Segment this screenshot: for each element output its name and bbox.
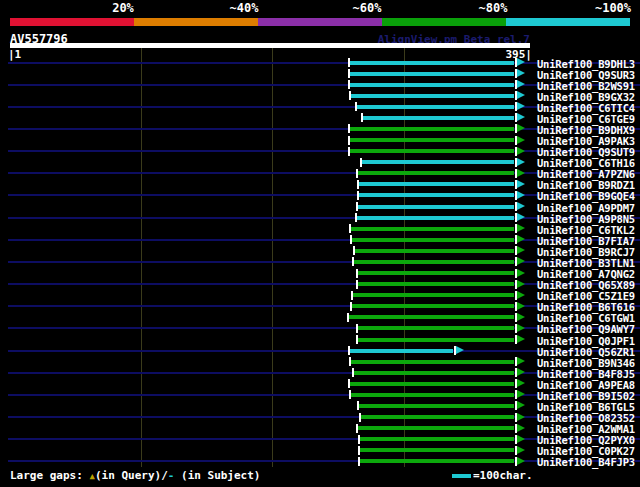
alignment-row: UniRef100_B9GX32: [0, 90, 640, 101]
alignment-bar[interactable]: [350, 138, 514, 142]
alignment-arrowhead-icon: [517, 113, 525, 121]
scale-percent-label: ~100%: [595, 1, 631, 15]
alignment-arrowhead-icon: [517, 180, 525, 188]
alignment-row: UniRef100_A9PAK3: [0, 135, 640, 146]
alignment-row: UniRef100_A2WMA1: [0, 423, 640, 434]
alignment-row: UniRef100_B4F8J5: [0, 367, 640, 378]
alignment-bar[interactable]: [359, 193, 514, 197]
alignment-bar[interactable]: [354, 260, 514, 264]
alignment-arrowhead-icon: [517, 291, 525, 299]
alignment-arrowhead-icon: [517, 235, 525, 243]
alignment-arrowhead-icon: [517, 435, 525, 443]
alignment-arrowhead-icon: [517, 368, 525, 376]
alignment-bar[interactable]: [350, 127, 514, 131]
alignment-bar[interactable]: [358, 338, 514, 342]
alignment-bar[interactable]: [350, 382, 514, 386]
alignment-arrowhead-icon: [456, 346, 464, 354]
alignment-row: UniRef100_B9DHL3: [0, 57, 640, 68]
alignment-arrowhead-icon: [517, 335, 525, 343]
alignment-arrowhead-icon: [517, 102, 525, 110]
alignment-bar[interactable]: [353, 293, 514, 297]
gap-subject-dash-icon: -: [168, 469, 181, 482]
alignment-bar[interactable]: [358, 282, 514, 286]
identity-color-scale: [10, 18, 630, 26]
alignment-row: UniRef100_B3TLN1: [0, 256, 640, 267]
alignment-bar[interactable]: [358, 326, 514, 330]
scale-swatch-100char: [452, 474, 471, 478]
scale-percent-label: ~80%: [479, 1, 508, 15]
alignment-bar[interactable]: [363, 116, 514, 120]
alignment-arrowhead-icon: [517, 357, 525, 365]
alignment-arrowhead-icon: [517, 136, 525, 144]
alignment-row: UniRef100_A7PZN6: [0, 168, 640, 179]
alignment-bar[interactable]: [358, 271, 514, 275]
alignment-bar[interactable]: [352, 238, 514, 242]
alignment-row: UniRef100_C6TGW1: [0, 312, 640, 323]
alignment-bar[interactable]: [361, 415, 514, 419]
alignment-row: UniRef100_C6TIC4: [0, 101, 640, 112]
alignment-row: UniRef100_B9RCJ7: [0, 245, 640, 256]
alignment-row: UniRef100_Q2PYX0: [0, 434, 640, 445]
alignment-bar[interactable]: [350, 61, 514, 65]
alignment-row: UniRef100_B9N346: [0, 356, 640, 367]
alignment-bar[interactable]: [351, 227, 514, 231]
alignment-arrowhead-icon: [517, 390, 525, 398]
alignment-row: UniRef100_C6TH16: [0, 157, 640, 168]
alignment-row: UniRef100_B4FJP3: [0, 456, 640, 467]
alignment-row: UniRef100_O82352: [0, 412, 640, 423]
alignment-bar[interactable]: [360, 448, 514, 452]
alignment-arrowhead-icon: [517, 224, 525, 232]
alignment-bar[interactable]: [350, 349, 453, 353]
alignment-arrowhead-icon: [517, 91, 525, 99]
alignment-arrowhead-icon: [517, 379, 525, 387]
alignment-bar[interactable]: [354, 371, 514, 375]
alignment-row: UniRef100_B2WS91: [0, 79, 640, 90]
large-gaps-legend: Large gaps: ▲(in Query)/- (in Subject): [10, 469, 261, 482]
alignment-arrowhead-icon: [517, 246, 525, 254]
alignment-bar[interactable]: [355, 249, 514, 253]
alignment-row: UniRef100_C6TKL2: [0, 223, 640, 234]
alignment-row: UniRef100_A9PDM7: [0, 201, 640, 212]
alignment-bar[interactable]: [352, 304, 514, 308]
alignment-row: UniRef100_Q56ZR1: [0, 345, 640, 356]
large-gaps-prefix: Large gaps:: [10, 469, 89, 482]
alignment-arrowhead-icon: [517, 202, 525, 210]
alignment-row: UniRef100_A9P8N5: [0, 212, 640, 223]
alignment-bar[interactable]: [359, 182, 514, 186]
alignment-bar[interactable]: [362, 160, 514, 164]
alignment-row: UniRef100_A7QNG2: [0, 268, 640, 279]
alignment-arrowhead-icon: [517, 147, 525, 155]
alignment-row: UniRef100_C6TGE9: [0, 112, 640, 123]
alignment-bar[interactable]: [357, 105, 514, 109]
alignment-row: UniRef100_C5Z1E9: [0, 290, 640, 301]
alignment-arrowhead-icon: [517, 313, 525, 321]
alignment-arrowhead-icon: [517, 324, 525, 332]
alignment-bar[interactable]: [350, 149, 514, 153]
alignment-row: UniRef100_B7FIA7: [0, 234, 640, 245]
alignment-row: UniRef100_B9I502: [0, 389, 640, 400]
alignment-row: UniRef100_B6T616: [0, 301, 640, 312]
alignment-bar[interactable]: [349, 315, 514, 319]
alignment-bar[interactable]: [358, 205, 514, 209]
alignment-bar[interactable]: [351, 360, 514, 364]
alignment-bar[interactable]: [360, 437, 514, 441]
alignment-bar[interactable]: [360, 459, 514, 463]
alignment-bar[interactable]: [357, 216, 514, 220]
alignment-row: UniRef100_B9DHX9: [0, 123, 640, 134]
alignment-arrowhead-icon: [517, 269, 525, 277]
alignment-bar[interactable]: [350, 83, 514, 87]
alignment-bar[interactable]: [351, 94, 514, 98]
gap-subject-text: (in Subject): [181, 469, 260, 482]
alignment-row: UniRef100_C0PK27: [0, 445, 640, 456]
scale-color-segment: [134, 18, 258, 26]
scale-label-100char: =100char.: [473, 469, 533, 482]
alignment-arrowhead-icon: [517, 302, 525, 310]
alignment-bar[interactable]: [351, 393, 514, 397]
alignment-bar[interactable]: [350, 72, 514, 76]
uniref-accession-label[interactable]: UniRef100_B4FJP3: [537, 456, 635, 468]
alignment-arrowhead-icon: [517, 124, 525, 132]
alignment-bar[interactable]: [358, 171, 514, 175]
alignment-bar[interactable]: [359, 404, 514, 408]
alignment-arrowhead-icon: [517, 257, 525, 265]
alignment-bar[interactable]: [358, 426, 514, 430]
